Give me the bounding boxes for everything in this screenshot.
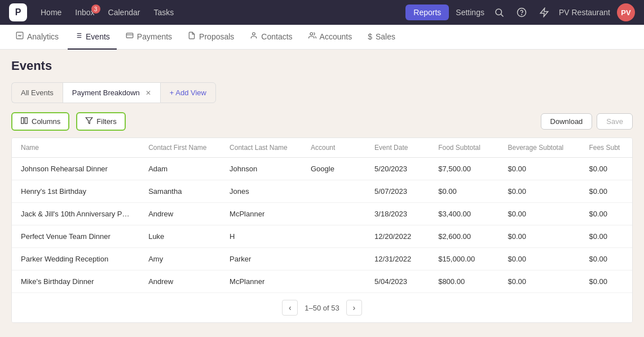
nav-home[interactable]: Home: [41, 8, 61, 17]
analytics-icon: [16, 32, 24, 41]
col-event-date: Event Date: [365, 138, 429, 158]
columns-icon: [20, 117, 28, 126]
proposals-icon: [188, 32, 196, 41]
table-row: Johnson Rehearsal DinnerAdamJohnsonGoogl…: [12, 158, 632, 180]
tab-close-icon[interactable]: ✕: [145, 89, 151, 97]
subnav-payments[interactable]: Payments: [119, 25, 179, 50]
reports-button[interactable]: Reports: [405, 5, 449, 20]
events-table-container: Name Contact First Name Contact Last Nam…: [11, 138, 633, 323]
save-button[interactable]: Save: [597, 113, 633, 130]
col-food-subtotal: Food Subtotal: [429, 138, 499, 158]
search-icon[interactable]: [491, 5, 507, 20]
nav-inbox[interactable]: Inbox 3: [75, 8, 94, 17]
app-logo[interactable]: P: [9, 3, 27, 21]
table-row: Perfect Venue Team DinnerLukeH12/20/2022…: [12, 225, 632, 248]
subnav-proposals[interactable]: Proposals: [181, 25, 241, 50]
table-row: Mike's Birthday DinnerAndrewMcPlanner5/0…: [12, 271, 632, 293]
table-row: Henry's 1st BirthdaySamanthaJones5/07/20…: [12, 180, 632, 203]
nav-settings[interactable]: Settings: [456, 8, 484, 17]
toolbar: Columns Filters Download Save: [11, 112, 633, 131]
table-row: Jack & Jill's 10th Anniversary PartyAndr…: [12, 203, 632, 225]
svg-rect-17: [25, 118, 27, 124]
tab-all-events[interactable]: All Events: [11, 82, 63, 103]
table-row: Parker Wedding ReceptionAmyParker12/31/2…: [12, 248, 632, 271]
subnav-events[interactable]: Events: [68, 25, 117, 50]
col-account: Account: [302, 138, 365, 158]
subnav-sales[interactable]: $ Sales: [361, 25, 402, 50]
subnav-analytics[interactable]: Analytics: [9, 25, 65, 50]
sub-nav: Analytics Events Payments Proposals Cont…: [0, 25, 644, 50]
payments-icon: [126, 32, 134, 41]
table-header-row: Name Contact First Name Contact Last Nam…: [12, 138, 632, 158]
svg-marker-18: [86, 118, 92, 124]
inbox-badge: 3: [91, 5, 100, 14]
contacts-icon: [250, 32, 258, 41]
svg-line-1: [501, 14, 503, 16]
add-view-button[interactable]: + Add View: [160, 82, 216, 103]
pagination-text: 1–50 of 53: [305, 304, 339, 312]
prev-page-button[interactable]: ‹: [282, 300, 298, 316]
subnav-accounts[interactable]: Accounts: [302, 25, 359, 50]
sales-icon: $: [368, 32, 372, 41]
download-button[interactable]: Download: [541, 113, 593, 130]
tabs-row: All Events Payment Breakdown ✕ + Add Vie…: [11, 82, 633, 103]
user-name: PV Restaurant: [559, 8, 610, 17]
svg-point-3: [522, 14, 522, 15]
col-last-name: Contact Last Name: [220, 138, 302, 158]
nav-links: Home Inbox 3 Calendar Tasks: [41, 8, 392, 17]
events-table: Name Contact First Name Contact Last Nam…: [12, 138, 632, 292]
top-nav: P Home Inbox 3 Calendar Tasks Reports Se…: [0, 0, 644, 25]
col-fees-subtotal: Fees Subt: [580, 138, 632, 158]
notifications-icon[interactable]: [536, 5, 552, 20]
columns-button[interactable]: Columns: [11, 112, 69, 131]
filters-button[interactable]: Filters: [76, 112, 125, 131]
svg-rect-12: [126, 33, 133, 38]
accounts-icon: [308, 32, 316, 41]
help-icon[interactable]: [514, 5, 530, 20]
nav-right: Reports Settings PV Restaurant PV: [405, 3, 635, 21]
events-icon: [74, 32, 82, 41]
svg-point-0: [496, 9, 502, 15]
page-title: Events: [11, 59, 633, 73]
user-avatar[interactable]: PV: [617, 3, 635, 21]
filters-icon: [85, 117, 93, 126]
col-name: Name: [12, 138, 139, 158]
svg-rect-16: [21, 118, 24, 124]
page-content: Events All Events Payment Breakdown ✕ + …: [0, 50, 644, 332]
svg-marker-4: [540, 8, 548, 17]
nav-tasks[interactable]: Tasks: [153, 8, 174, 17]
pagination: ‹ 1–50 of 53 ›: [12, 292, 632, 322]
svg-point-15: [310, 33, 313, 36]
toolbar-right: Download Save: [541, 113, 633, 130]
nav-calendar[interactable]: Calendar: [108, 8, 140, 17]
next-page-button[interactable]: ›: [346, 300, 362, 316]
svg-point-14: [253, 33, 255, 36]
col-beverage-subtotal: Beverage Subtotal: [499, 138, 580, 158]
tab-payment-breakdown[interactable]: Payment Breakdown ✕: [63, 82, 160, 103]
col-first-name: Contact First Name: [139, 138, 220, 158]
subnav-contacts[interactable]: Contacts: [243, 25, 299, 50]
